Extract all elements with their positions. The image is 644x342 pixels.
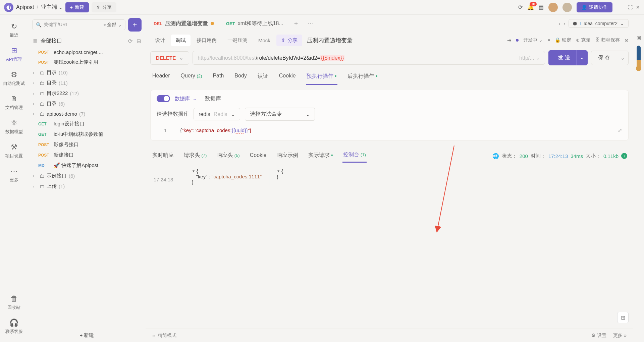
resptab-actual[interactable]: 实际请求 • [308, 150, 334, 162]
expand-icon[interactable]: ⤢ [618, 127, 622, 133]
minimize-icon[interactable]: — [620, 5, 625, 10]
tree-folder[interactable]: ›🗀 示例接口 (6) [28, 171, 146, 181]
method-selector[interactable]: DELETE ⌄ [150, 51, 189, 65]
sync-icon[interactable]: ⟳ [518, 4, 523, 10]
footer-settings[interactable]: ⚙ 设置 [591, 333, 606, 339]
tree-api[interactable]: GETlogin设计接口 [28, 119, 146, 129]
reqtab-prescript[interactable]: 预执行操作 • [306, 70, 337, 85]
rail-model[interactable]: ⚛数据模型 [0, 115, 28, 138]
tree-api[interactable]: POSTecho.apipost.cn/get.... [28, 47, 146, 57]
tree-folder[interactable]: ›🗀 目录 (6) [28, 99, 146, 109]
archive-action[interactable]: 🗄 归档保存 [595, 37, 620, 43]
gear-icon: ⚙ [11, 70, 17, 79]
notification-icon[interactable]: 🔔10 [527, 4, 534, 10]
reqtab-postscript[interactable]: 后执行操作 • [347, 70, 378, 85]
tree-api[interactable]: POST测试cookie上传引用 [28, 57, 146, 67]
rail-automation[interactable]: ⚙自动化测试 [0, 67, 28, 90]
tab-prev-icon[interactable]: ‹ [559, 21, 560, 26]
footer-more[interactable]: 更多 » [613, 333, 627, 339]
reqtab-auth[interactable]: 认证 [257, 70, 269, 85]
tab-1[interactable]: DEL 压测内置递增变量 [148, 17, 219, 31]
share-button[interactable]: ⇪ 分享 [92, 2, 116, 12]
lock-action[interactable]: 🔒 锁定 [555, 37, 571, 43]
rail-more[interactable]: ⋯更多 [0, 164, 28, 186]
reqtab-header[interactable]: Header [152, 70, 170, 85]
db-instance-select[interactable]: redis Redis ⌄ [194, 108, 240, 120]
rail-api[interactable]: ⊞API管理 [0, 43, 28, 66]
tree-folder[interactable]: ›🗀 apipost-demo (7) [28, 109, 146, 119]
search-input[interactable]: 🔍 关键字/URL 全部 ⌄ [32, 19, 125, 30]
panel-icon[interactable]: ▤ [539, 4, 544, 10]
request-tabs: Header Query (2) Path Body 认证 Cookie 预执行… [146, 67, 633, 85]
document-icon: 🗎 [10, 95, 18, 103]
reqtab-body[interactable]: Body [234, 70, 247, 85]
env-selector[interactable]: ⬢ I Idea_computer2 ⌄ [569, 19, 629, 28]
workspace-selector[interactable]: 业主端 ⌄ [41, 4, 63, 11]
tree-folder[interactable]: ›🗀 上传 (1) [28, 181, 146, 191]
tree-api[interactable]: GETid-iu中划线获取参数值 [28, 129, 146, 139]
avatar-2[interactable] [562, 3, 572, 12]
resptab-realtime[interactable]: 实时响应 [152, 150, 174, 162]
db-type-select[interactable]: 数据库 ⌄ [175, 96, 197, 102]
tree-folder[interactable]: ›🗀 目录2222 (12) [28, 88, 146, 99]
clone-action[interactable]: ⊕ 克隆 [576, 37, 590, 43]
tree-api[interactable]: POST影像号接口 [28, 139, 146, 150]
resptab-reqhead[interactable]: 请求头 (7) [183, 150, 207, 162]
add-button[interactable]: + [128, 18, 142, 32]
reqtab-query[interactable]: Query (2) [180, 70, 203, 85]
subtab-stress[interactable]: 一键压测 [223, 35, 252, 46]
tab-menu[interactable]: ⋯ [303, 19, 318, 27]
resptab-cookie[interactable]: Cookie [249, 150, 267, 162]
rail-settings[interactable]: ⚒项目设置 [0, 139, 28, 162]
reqtab-path[interactable]: Path [212, 70, 224, 85]
code-editor[interactable]: 1 {"key":"captcha_codes:{{uuid}}"} ⤢ [157, 125, 622, 135]
action-icon[interactable]: ⇥ [507, 38, 511, 43]
chevron-left-icon[interactable]: « [152, 333, 155, 338]
subtab-share[interactable]: ⇪分享 [276, 35, 302, 46]
layout-toggle[interactable]: ⊞ [617, 312, 629, 323]
avatar-1[interactable] [548, 3, 558, 12]
send-button[interactable]: 发 送 [548, 50, 579, 65]
download-icon[interactable]: ↓ [621, 153, 627, 159]
db-method-select[interactable]: 选择方法命令 ⌄ [245, 108, 315, 121]
reqtab-cookie[interactable]: Cookie [278, 70, 297, 85]
resptab-example[interactable]: 响应示例 [276, 150, 299, 162]
tree-api[interactable]: POST新建接口 [28, 150, 146, 160]
subtab-cases[interactable]: 接口用例 [192, 35, 221, 46]
resptab-resphead[interactable]: 响应头 (5) [216, 150, 240, 162]
tree-api[interactable]: MD🚀 快速了解Apipost [28, 160, 146, 171]
tab-2[interactable]: GET xml和等待上线18... [221, 17, 289, 31]
rail-docs[interactable]: 🗎文档管理 [0, 91, 28, 114]
subtab-mock[interactable]: Mock [254, 35, 275, 46]
panel-toggle-icon[interactable]: ▣ [637, 35, 641, 40]
rail-trash[interactable]: 🗑回收站 [0, 291, 28, 314]
send-dropdown[interactable]: ⌄ [576, 50, 588, 65]
maximize-icon[interactable]: ⛶ [628, 5, 633, 10]
subtab-debug[interactable]: 调试 [171, 35, 191, 46]
tree-folder[interactable]: ›🗀 目录 (11) [28, 78, 146, 88]
invite-button[interactable]: 👤 邀请协作 [577, 2, 612, 12]
tab-add[interactable]: + [290, 20, 302, 27]
rail-support[interactable]: 🎧联系客服 [0, 315, 28, 338]
compact-mode[interactable]: 精简模式 [158, 333, 176, 339]
subtabs: 设计 调试 接口用例 一键压测 Mock ⇪分享 压测内置递增变量 ⇥ 开发中 … [146, 32, 633, 48]
save-button[interactable]: 保 存 [591, 51, 617, 65]
resptab-console[interactable]: 控制台 (1) [342, 149, 367, 163]
rail-recent[interactable]: ↻最近 [0, 19, 28, 42]
tree-folder[interactable]: ›🗀 目录 (10) [28, 67, 146, 78]
sidebar-new-button[interactable]: + 新建 [28, 329, 146, 342]
subtab-design[interactable]: 设计 [150, 35, 170, 46]
tab-next-icon[interactable]: › [564, 21, 565, 26]
db-toggle[interactable] [157, 95, 170, 102]
refresh-icon[interactable]: ⟳ [128, 38, 132, 44]
new-button[interactable]: + 新建 [65, 2, 89, 12]
close-icon[interactable]: ✕ [636, 5, 640, 10]
help-icon[interactable]: ⊘ [625, 38, 629, 43]
filter-icon[interactable]: ≡ [547, 38, 550, 43]
collapse-icon[interactable]: ⊟ [137, 38, 141, 44]
url-input[interactable]: http://localhost:8000/test /role/deleteB… [193, 51, 545, 65]
protocol-selector[interactable]: http/... ⌄ [519, 55, 540, 61]
dev-status[interactable]: 开发中 ⌄ [523, 37, 543, 43]
search-scope[interactable]: 全部 ⌄ [104, 22, 122, 28]
save-dropdown[interactable]: ⌄ [617, 51, 628, 64]
